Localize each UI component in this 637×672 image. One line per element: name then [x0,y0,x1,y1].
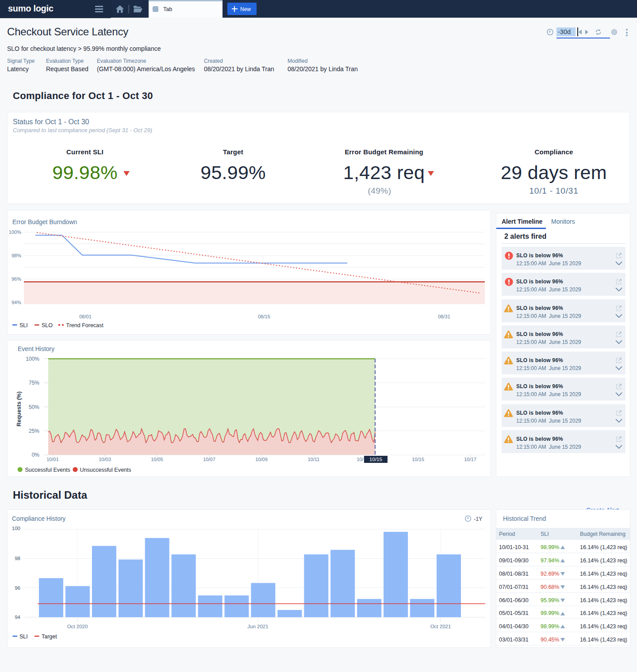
svg-text:10/05: 10/05 [151,457,163,462]
svg-text:10/09: 10/09 [255,457,268,462]
svg-text:50%: 50% [29,404,39,410]
svg-text:94%: 94% [12,300,21,305]
svg-text:Error Budget Burndown: Error Budget Burndown [12,218,77,225]
svg-text:Requests (%): Requests (%) [16,391,22,426]
svg-text:SLI: SLI [19,322,28,328]
svg-text:98%: 98% [12,253,21,258]
svg-text:Target: Target [42,634,57,640]
svg-text:25%: 25% [29,428,39,434]
svg-text:0%: 0% [32,452,40,458]
svg-text:08/01: 08/01 [79,314,92,319]
svg-text:10/01: 10/01 [46,457,59,462]
svg-text:10/15: 10/15 [412,457,424,462]
svg-text:-1Y: -1Y [474,516,483,522]
svg-text:SLI: SLI [19,634,28,640]
svg-text:100%: 100% [26,356,39,362]
svg-text:08/15: 08/15 [258,314,270,319]
svg-text:10/11: 10/11 [308,457,320,462]
svg-text:98: 98 [15,556,20,561]
svg-text:Jun 2021: Jun 2021 [247,624,268,629]
svg-text:Trend Forecast: Trend Forecast [66,322,104,328]
svg-text:94: 94 [15,615,20,620]
svg-text:Event History: Event History [18,345,54,352]
svg-text:10/17: 10/17 [464,457,476,462]
svg-text:96%: 96% [12,276,21,282]
svg-text:10/15: 10/15 [369,457,382,462]
svg-text:96: 96 [15,585,20,591]
svg-text:100: 100 [12,526,20,531]
svg-text:08/31: 08/31 [438,314,450,319]
svg-text:Successful Events: Successful Events [25,467,70,473]
svg-text:Compliance History: Compliance History [12,515,65,522]
svg-text:10/03: 10/03 [99,457,111,462]
svg-text:SLO: SLO [42,322,53,328]
svg-text:75%: 75% [29,380,39,386]
svg-text:10/07: 10/07 [203,457,215,462]
svg-text:Unsuccessful Events: Unsuccessful Events [80,467,131,473]
svg-text:Oct 2020: Oct 2020 [67,624,88,629]
svg-text:Oct 2021: Oct 2021 [430,624,451,629]
svg-text:100%: 100% [9,229,21,235]
